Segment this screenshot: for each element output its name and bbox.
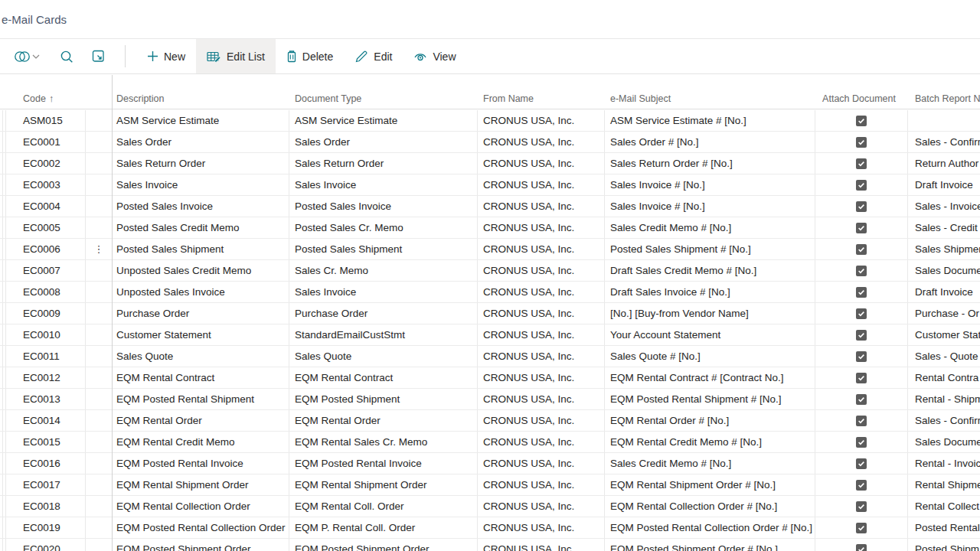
new-button[interactable]: New [136, 39, 196, 73]
cell-email-subject[interactable]: Sales Credit Memo # [No.] [605, 453, 815, 474]
cell-batch-report-name[interactable]: Sales - Confirm [908, 410, 980, 431]
cell-from-name[interactable]: CRONUS USA, Inc. [478, 389, 605, 409]
cell-batch-report-name[interactable]: Sales Docume [908, 260, 980, 281]
cell-description[interactable]: Posted Sales Credit Memo [112, 217, 289, 238]
attach-document-checkbox[interactable] [856, 244, 867, 255]
cell-document-type[interactable]: Sales Cr. Memo [289, 260, 478, 281]
cell-code[interactable]: EC0003 [6, 174, 86, 195]
cell-description[interactable]: Posted Sales Shipment [112, 239, 289, 259]
cell-email-subject[interactable]: EQM Rental Order # [No.] [605, 410, 815, 431]
cell-code[interactable]: EC0018 [6, 496, 86, 517]
column-header-attach-document[interactable]: Attach Document [815, 93, 896, 104]
attach-document-checkbox[interactable] [856, 158, 867, 169]
cell-email-subject[interactable]: EQM Posted Rental Collection Order # [No… [605, 517, 815, 538]
cell-from-name[interactable]: CRONUS USA, Inc. [478, 260, 605, 281]
row-options-cell[interactable]: ⋮ [86, 196, 112, 217]
cell-batch-report-name[interactable]: Draft Invoice [908, 282, 980, 302]
table-row[interactable]: EC0003 ⋮ Sales Invoice Sales Invoice CRO… [0, 174, 980, 196]
cell-document-type[interactable]: Purchase Order [289, 303, 478, 324]
cell-description[interactable]: EQM Rental Order [112, 410, 289, 431]
cell-email-subject[interactable]: Sales Invoice # [No.] [605, 196, 815, 217]
cell-document-type[interactable]: StandardEmailCustStmt [289, 324, 478, 345]
table-row[interactable]: EC0006 ⋮ Posted Sales Shipment Posted Sa… [0, 239, 980, 260]
attach-document-checkbox[interactable] [856, 180, 867, 191]
cell-batch-report-name[interactable]: Sales Docume [908, 432, 980, 452]
row-options-cell[interactable]: ⋮ [86, 282, 112, 302]
row-options-cell[interactable]: ⋮ [86, 346, 112, 367]
table-row[interactable]: EC0010 ⋮ Customer Statement StandardEmai… [0, 324, 980, 346]
attach-document-checkbox[interactable] [856, 330, 867, 341]
attach-document-checkbox[interactable] [856, 544, 867, 551]
cell-from-name[interactable]: CRONUS USA, Inc. [478, 303, 605, 324]
cell-email-subject[interactable]: ASM Service Estimate # [No.] [605, 110, 815, 131]
cell-code[interactable]: EC0015 [6, 432, 86, 452]
cell-description[interactable]: Posted Sales Invoice [112, 196, 289, 217]
row-options-cell[interactable]: ⋮ [86, 432, 112, 452]
cell-document-type[interactable]: EQM Rental Order [289, 410, 478, 431]
cell-from-name[interactable]: CRONUS USA, Inc. [478, 496, 605, 517]
cell-description[interactable]: EQM Rental Contract [112, 367, 289, 388]
attach-document-checkbox[interactable] [856, 416, 867, 426]
column-header-batch-report-name[interactable]: Batch Report Name [915, 93, 980, 104]
cell-from-name[interactable]: CRONUS USA, Inc. [478, 346, 605, 367]
cell-description[interactable]: EQM Rental Credit Memo [112, 432, 289, 452]
cell-email-subject[interactable]: Your Account Statement [605, 324, 815, 345]
cell-email-subject[interactable]: [No.] [Buy-from Vendor Name] [605, 303, 815, 324]
table-row[interactable]: EC0002 ⋮ Sales Return Order Sales Return… [0, 153, 980, 174]
table-row[interactable]: EC0015 ⋮ EQM Rental Credit Memo EQM Rent… [0, 432, 980, 453]
cell-description[interactable]: Sales Order [112, 132, 289, 152]
cell-description[interactable]: EQM Posted Rental Invoice [112, 453, 289, 474]
cell-email-subject[interactable]: Sales Order # [No.] [605, 132, 815, 152]
edit-button[interactable]: Edit [344, 39, 403, 73]
search-button[interactable] [54, 39, 80, 73]
cell-description[interactable]: Sales Return Order [112, 153, 289, 174]
views-switcher-button[interactable] [8, 39, 46, 73]
column-header-document-type[interactable]: Document Type [295, 93, 361, 104]
cell-description[interactable]: EQM Rental Shipment Order [112, 474, 289, 495]
attach-document-checkbox[interactable] [856, 394, 867, 405]
cell-email-subject[interactable]: Posted Sales Shipment # [No.] [605, 239, 815, 259]
row-options-cell[interactable]: ⋮ [86, 474, 112, 495]
cell-code[interactable]: EC0019 [6, 517, 86, 538]
table-row[interactable]: ASM015 ⋮ ASM Service Estimate ASM Servic… [0, 110, 980, 132]
cell-document-type[interactable]: Posted Sales Invoice [289, 196, 478, 217]
table-row[interactable]: EC0018 ⋮ EQM Rental Collection Order EQM… [0, 496, 980, 517]
cell-description[interactable]: Unposted Sales Invoice [112, 282, 289, 302]
column-header-description[interactable]: Description [116, 93, 165, 104]
cell-email-subject[interactable]: Sales Credit Memo # [No.] [605, 217, 815, 238]
cell-code[interactable]: EC0020 [6, 539, 86, 551]
edit-list-button[interactable]: Edit List [196, 39, 276, 73]
cell-document-type[interactable]: Sales Invoice [289, 174, 478, 195]
cell-description[interactable]: Customer Statement [112, 324, 289, 345]
cell-from-name[interactable]: CRONUS USA, Inc. [478, 217, 605, 238]
cell-document-type[interactable]: EQM Rental Coll. Order [289, 496, 478, 517]
cell-description[interactable]: EQM Posted Rental Collection Order [112, 517, 289, 538]
cell-batch-report-name[interactable] [908, 110, 980, 131]
row-options-cell[interactable]: ⋮ [86, 539, 112, 551]
cell-code[interactable]: EC0011 [6, 346, 86, 367]
cell-code[interactable]: ASM015 [6, 110, 86, 131]
table-row[interactable]: EC0008 ⋮ Unposted Sales Invoice Sales In… [0, 282, 980, 303]
attach-document-checkbox[interactable] [856, 223, 867, 233]
cell-from-name[interactable]: CRONUS USA, Inc. [478, 282, 605, 302]
cell-description[interactable]: EQM Posted Rental Shipment [112, 389, 289, 409]
table-row[interactable]: EC0011 ⋮ Sales Quote Sales Quote CRONUS … [0, 346, 980, 367]
cell-from-name[interactable]: CRONUS USA, Inc. [478, 453, 605, 474]
column-header-email-subject[interactable]: e-Mail Subject [610, 93, 671, 104]
row-options-cell[interactable]: ⋮ [86, 324, 112, 345]
cell-document-type[interactable]: ASM Service Estimate [289, 110, 478, 131]
cell-code[interactable]: EC0007 [6, 260, 86, 281]
cell-document-type[interactable]: Sales Quote [289, 346, 478, 367]
row-options-cell[interactable]: ⋮ [86, 132, 112, 152]
cell-batch-report-name[interactable]: Customer Stat [908, 324, 980, 345]
attach-document-checkbox[interactable] [856, 201, 867, 212]
cell-document-type[interactable]: Sales Invoice [289, 282, 478, 302]
cell-batch-report-name[interactable]: Sales - Credit [908, 217, 980, 238]
attach-document-checkbox[interactable] [856, 523, 867, 533]
cell-code[interactable]: EC0001 [6, 132, 86, 152]
cell-email-subject[interactable]: EQM Rental Contract # [Contract No.] [605, 367, 815, 388]
cell-from-name[interactable]: CRONUS USA, Inc. [478, 174, 605, 195]
cell-description[interactable]: EQM Rental Collection Order [112, 496, 289, 517]
cell-code[interactable]: EC0013 [6, 389, 86, 409]
cell-document-type[interactable]: Sales Return Order [289, 153, 478, 174]
